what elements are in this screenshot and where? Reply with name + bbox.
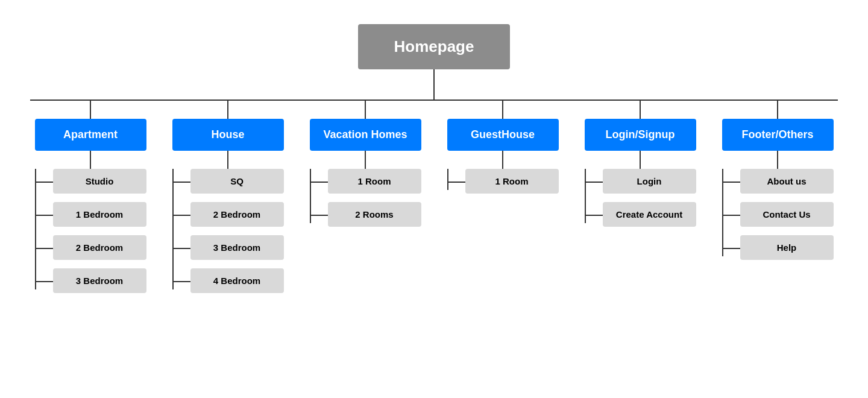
col-guesthouse: GuestHouse1 Room	[442, 101, 563, 202]
v-connector-mid	[640, 151, 641, 169]
category-guesthouse[interactable]: GuestHouse	[447, 119, 559, 151]
child-item[interactable]: SQ	[190, 169, 284, 194]
col-apartment: ApartmentStudio1 Bedroom2 Bedroom3 Bedro…	[30, 101, 151, 302]
children-list-footer-others: About usContact UsHelp	[722, 169, 834, 268]
child-item[interactable]: 2 Rooms	[328, 202, 421, 227]
children-list-guesthouse: 1 Room	[447, 169, 559, 202]
child-item[interactable]: Create Account	[603, 202, 696, 227]
child-item[interactable]: 4 Bedroom	[190, 268, 284, 293]
horizontal-line	[30, 100, 838, 101]
category-footer-others[interactable]: Footer/Others	[722, 119, 834, 151]
v-connector-mid	[227, 151, 228, 169]
v-connector-top	[365, 101, 366, 119]
columns-wrapper: ApartmentStudio1 Bedroom2 Bedroom3 Bedro…	[30, 101, 838, 302]
children-list-house: SQ2 Bedroom3 Bedroom4 Bedroom	[172, 169, 284, 302]
v-connector-top	[227, 101, 228, 119]
child-item[interactable]: Login	[603, 169, 696, 194]
category-apartment[interactable]: Apartment	[35, 119, 146, 151]
v-connector-mid	[502, 151, 503, 169]
root-connector	[433, 69, 435, 100]
category-vacation-homes[interactable]: Vacation Homes	[310, 119, 421, 151]
v-connector-mid	[365, 151, 366, 169]
col-vacation-homes: Vacation Homes1 Room2 Rooms	[305, 101, 426, 235]
child-item[interactable]: 3 Bedroom	[190, 235, 284, 260]
v-connector-top	[502, 101, 503, 119]
v-connector-top	[640, 101, 641, 119]
v-connector-mid	[90, 151, 91, 169]
category-house[interactable]: House	[172, 119, 284, 151]
child-item[interactable]: 3 Bedroom	[53, 268, 146, 293]
col-footer-others: Footer/OthersAbout usContact UsHelp	[717, 101, 838, 268]
v-connector-top	[90, 101, 91, 119]
child-item[interactable]: Contact Us	[740, 202, 834, 227]
child-item[interactable]: 2 Bedroom	[190, 202, 284, 227]
v-connector-top	[777, 101, 778, 119]
child-item[interactable]: 2 Bedroom	[53, 235, 146, 260]
category-login-signup[interactable]: Login/Signup	[585, 119, 696, 151]
children-list-login-signup: LoginCreate Account	[585, 169, 696, 235]
v-connector-mid	[777, 151, 778, 169]
col-login-signup: Login/SignupLoginCreate Account	[580, 101, 700, 235]
diagram-container: Homepage ApartmentStudio1 Bedroom2 Bedro…	[0, 0, 868, 398]
child-item[interactable]: 1 Room	[465, 169, 559, 194]
child-item[interactable]: About us	[740, 169, 834, 194]
child-item[interactable]: Help	[740, 235, 834, 260]
col-house: HouseSQ2 Bedroom3 Bedroom4 Bedroom	[168, 101, 288, 302]
child-item[interactable]: 1 Room	[328, 169, 421, 194]
children-list-vacation-homes: 1 Room2 Rooms	[310, 169, 421, 235]
root-label: Homepage	[394, 37, 474, 55]
root-node: Homepage	[358, 24, 511, 69]
children-list-apartment: Studio1 Bedroom2 Bedroom3 Bedroom	[35, 169, 146, 302]
child-item[interactable]: 1 Bedroom	[53, 202, 146, 227]
child-item[interactable]: Studio	[53, 169, 146, 194]
